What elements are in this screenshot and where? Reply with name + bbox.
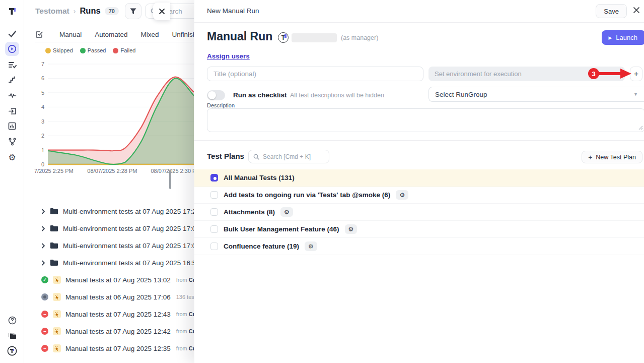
svg-text:4: 4 (41, 104, 44, 110)
test-plan-row[interactable]: Attachments (8)⚙ (194, 204, 644, 221)
nav-rail: ⚙ (0, 0, 24, 363)
nav-plans-icon[interactable] (5, 57, 19, 72)
plan-label: Attachments (8) (224, 208, 275, 216)
gear-icon: ⚙ (308, 243, 314, 250)
manual-run-badge (53, 310, 61, 318)
status-failed-icon (41, 345, 48, 352)
nav-settings-icon[interactable]: ⚙ (5, 150, 19, 164)
run-title-input[interactable] (207, 67, 423, 81)
panel-close-tab-button[interactable] (153, 3, 170, 20)
nav-reports-icon[interactable] (5, 119, 19, 133)
nav-import-icon[interactable] (5, 104, 19, 118)
svg-text:7/2025 2:25 PM: 7/2025 2:25 PM (34, 168, 74, 174)
plan-settings-button[interactable]: ⚙ (345, 224, 357, 234)
status-failed-icon (41, 328, 48, 335)
breadcrumb-section[interactable]: Runs (80, 6, 100, 16)
test-plan-row[interactable]: Bulk User Management Feature (46)⚙ (194, 221, 644, 238)
expand-chevron[interactable] (41, 243, 45, 249)
svg-text:6: 6 (41, 75, 44, 81)
description-textarea[interactable] (207, 108, 644, 132)
legend-item-passed[interactable]: Passed (80, 47, 106, 53)
test-plan-row[interactable]: All Manual Tests (131) (194, 169, 644, 187)
tab-manual[interactable]: Manual (59, 31, 82, 38)
select-all-icon[interactable] (35, 30, 43, 38)
projects-icon[interactable] (5, 328, 19, 342)
manual-run-icon (54, 329, 60, 334)
breadcrumb-brand[interactable]: Testomat (35, 7, 69, 16)
annotation-arrow (597, 68, 632, 79)
divider (194, 140, 644, 141)
nav-tests-icon[interactable] (5, 27, 19, 41)
nav-runs-icon[interactable] (5, 42, 19, 56)
brand-logo-icon (5, 4, 19, 18)
resize-handle[interactable] (638, 126, 643, 130)
plus-icon: + (588, 153, 592, 161)
plan-checkbox[interactable] (210, 191, 218, 199)
svg-text:2: 2 (41, 133, 44, 139)
legend-dot (113, 48, 118, 53)
checklist-label: Run as checklist (233, 91, 287, 99)
plan-label: All Manual Tests (131) (224, 174, 295, 182)
panel-close-button[interactable] (633, 7, 640, 14)
run-label: Manual tests at 07 Aug 2025 13:02 (65, 276, 171, 284)
run-label: Manual tests at 07 Aug 2025 12:35 (65, 345, 171, 352)
plan-checkbox[interactable] (210, 174, 218, 182)
list-scrollbar-thumb[interactable] (169, 170, 171, 189)
manual-run-badge (53, 327, 61, 335)
test-plans-search[interactable] (248, 150, 329, 163)
legend-item-failed[interactable]: Failed (113, 47, 135, 53)
manual-run-badge (53, 276, 61, 284)
search-icon (253, 154, 259, 160)
nav-branches-icon[interactable] (5, 135, 19, 149)
plan-settings-button[interactable]: ⚙ (280, 207, 293, 217)
run-as-checklist-toggle[interactable] (207, 90, 225, 100)
test-plan-row[interactable]: Confluence feature (19)⚙ (194, 238, 644, 255)
rungroup-select[interactable]: Select RunGroup ▼ (428, 87, 644, 102)
assign-users-link[interactable]: Assign users (207, 52, 250, 60)
annotation-step-badge: 3 (588, 68, 599, 79)
owner-name-redacted (292, 33, 337, 42)
panel-title: New Manual Run (207, 7, 259, 15)
close-icon (159, 8, 165, 15)
launch-button[interactable]: ▶ Launch (602, 30, 644, 45)
account-avatar-icon[interactable] (5, 344, 19, 358)
status-failed-icon (41, 311, 48, 318)
run-label: Multi-environment tests at 07 Aug 2025 1… (63, 225, 200, 232)
breadcrumb: Testomat › Runs 70 (35, 6, 119, 16)
manual-run-icon (54, 312, 60, 317)
gear-icon: ⚙ (284, 209, 290, 216)
expand-chevron[interactable] (41, 226, 45, 231)
test-plans-heading: Test Plans (207, 152, 244, 160)
save-button[interactable]: Save (596, 4, 627, 18)
tab-automated[interactable]: Automated (95, 31, 127, 38)
svg-text:5: 5 (41, 90, 44, 96)
plan-checkbox[interactable] (210, 208, 218, 216)
help-icon[interactable] (5, 313, 19, 327)
filter-button[interactable] (125, 3, 141, 19)
expand-chevron[interactable] (41, 260, 45, 266)
owner-role-label: (as manager) (341, 34, 378, 41)
manual-run-badge (53, 293, 61, 301)
plan-label: Bulk User Management Feature (46) (224, 225, 339, 233)
legend-item-skipped[interactable]: Skipped (45, 47, 73, 53)
gear-icon: ⚙ (348, 226, 354, 233)
nav-pulse-icon[interactable] (5, 73, 19, 87)
run-label: Multi-environment tests at 07 Aug 2025 1… (63, 208, 200, 215)
plan-settings-button[interactable]: ⚙ (396, 190, 408, 200)
plan-settings-button[interactable]: ⚙ (305, 241, 317, 251)
new-manual-run-panel: New Manual Run Save Manual Run T (as man… (194, 0, 644, 363)
nav-analytics-icon[interactable] (5, 88, 19, 102)
plan-checkbox[interactable] (210, 225, 218, 233)
plan-checkbox[interactable] (210, 243, 218, 250)
expand-chevron[interactable] (41, 209, 45, 214)
svg-text:1: 1 (41, 147, 44, 153)
run-label: Manual tests at 06 Aug 2025 17:06 (65, 293, 171, 301)
test-plan-row[interactable]: Add tests to ongoing run via 'Tests' tab… (194, 187, 644, 204)
status-stopped-icon (41, 293, 48, 300)
funnel-icon (129, 8, 137, 15)
svg-text:08/07/2025 2:30 PM: 08/07/2025 2:30 PM (151, 168, 200, 174)
new-test-plan-button[interactable]: + New Test Plan (582, 151, 642, 163)
tab-mixed[interactable]: Mixed (141, 31, 159, 38)
play-icon: ▶ (608, 35, 612, 40)
test-plans-search-input[interactable] (263, 153, 318, 160)
